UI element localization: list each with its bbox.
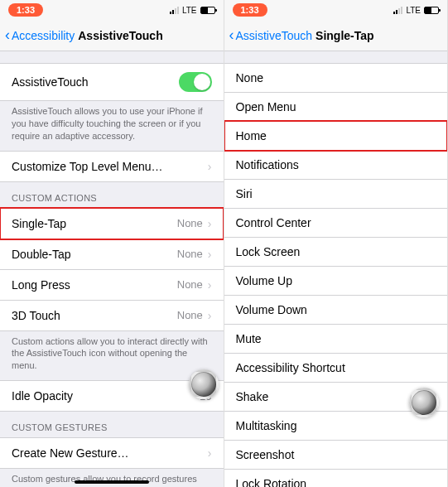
- row-double-tap[interactable]: Double-Tap None ›: [0, 239, 224, 270]
- option-mute[interactable]: Mute: [224, 324, 448, 354]
- row-3d-touch[interactable]: 3D Touch None ›: [0, 300, 224, 331]
- section-header-custom-actions: CUSTOM ACTIONS: [0, 181, 224, 208]
- row-label: Idle Opacity: [12, 389, 73, 403]
- row-label: Accessibility Shortcut: [236, 361, 345, 374]
- row-label: Notifications: [236, 158, 299, 171]
- toggle-switch[interactable]: [179, 72, 212, 92]
- back-label: AssistiveTouch: [236, 29, 313, 42]
- option-screenshot[interactable]: Screenshot: [224, 440, 448, 470]
- option-lock-rotation[interactable]: Lock Rotation: [224, 469, 448, 487]
- chevron-right-icon: ›: [208, 309, 212, 322]
- gestures-footer: Custom gestures allow you to record gest…: [0, 468, 224, 487]
- status-right: LTE: [393, 6, 439, 15]
- battery-icon: [424, 7, 439, 14]
- assistivetouch-button[interactable]: [409, 388, 439, 417]
- status-right: LTE: [170, 6, 215, 15]
- chevron-right-icon: ›: [208, 446, 212, 460]
- back-button[interactable]: ‹ AssistiveTouch: [229, 27, 313, 44]
- option-open-menu[interactable]: Open Menu: [224, 92, 448, 122]
- nav-bar: ‹ AssistiveTouch Single-Tap: [224, 20, 448, 51]
- network-label: LTE: [182, 6, 197, 15]
- home-indicator[interactable]: [75, 480, 149, 484]
- row-label: Create New Gesture…: [12, 446, 129, 460]
- row-label: Control Center: [236, 216, 311, 229]
- option-multitasking[interactable]: Multitasking: [224, 411, 448, 441]
- screen-assistivetouch: 1:33 LTE ‹ Accessibility AssistiveTouch …: [0, 0, 224, 487]
- battery-icon: [200, 7, 215, 14]
- row-label: Home: [236, 129, 267, 142]
- status-bar: 1:33 LTE: [0, 0, 224, 20]
- row-assistivetouch-toggle[interactable]: AssistiveTouch: [0, 63, 224, 101]
- row-value: None: [177, 217, 203, 229]
- option-volume-down[interactable]: Volume Down: [224, 295, 448, 325]
- chevron-right-icon: ›: [208, 248, 212, 261]
- row-label: Lock Screen: [236, 245, 301, 258]
- row-create-gesture[interactable]: Create New Gesture… ›: [0, 437, 224, 469]
- chevron-left-icon: ‹: [5, 27, 10, 44]
- chevron-right-icon: ›: [208, 217, 212, 230]
- row-label: Volume Down: [236, 303, 307, 316]
- row-label: Single-Tap: [12, 217, 66, 230]
- toggle-footer: AssistiveTouch allows you to use your iP…: [0, 100, 224, 151]
- option-volume-up[interactable]: Volume Up: [224, 266, 448, 296]
- row-label: Customize Top Level Menu…: [12, 160, 163, 173]
- row-label: Mute: [236, 332, 262, 345]
- row-label: Screenshot: [236, 448, 295, 461]
- chevron-left-icon: ‹: [229, 27, 234, 44]
- status-bar: 1:33 LTE: [224, 0, 448, 20]
- content-scroll[interactable]: AssistiveTouch AssistiveTouch allows you…: [0, 51, 224, 487]
- status-time: 1:33: [233, 3, 267, 17]
- row-customize-menu[interactable]: Customize Top Level Menu… ›: [0, 151, 224, 182]
- option-none[interactable]: None: [224, 63, 448, 93]
- signal-icon: [393, 7, 402, 14]
- row-value: None: [177, 278, 203, 291]
- back-button[interactable]: ‹ Accessibility: [5, 27, 75, 44]
- row-long-press[interactable]: Long Press None ›: [0, 269, 224, 301]
- option-home[interactable]: Home: [224, 121, 448, 151]
- chevron-right-icon: ›: [208, 160, 212, 173]
- row-label: None: [236, 71, 263, 84]
- section-header-custom-gestures: CUSTOM GESTURES: [0, 411, 224, 437]
- chevron-right-icon: ›: [208, 278, 212, 292]
- assistivetouch-button[interactable]: [189, 369, 219, 399]
- nav-title: Single-Tap: [316, 29, 374, 42]
- row-value: None: [177, 248, 203, 260]
- option-accessibility-shortcut[interactable]: Accessibility Shortcut: [224, 353, 448, 383]
- nav-title: AssistiveTouch: [78, 29, 162, 42]
- option-control-center[interactable]: Control Center: [224, 208, 448, 238]
- row-label: Double-Tap: [12, 248, 71, 261]
- row-label: Shake: [236, 390, 269, 403]
- row-value: None: [177, 309, 203, 321]
- screen-single-tap: 1:33 LTE ‹ AssistiveTouch Single-Tap Non…: [224, 0, 449, 487]
- row-label: Open Menu: [236, 100, 296, 113]
- option-siri[interactable]: Siri: [224, 179, 448, 209]
- network-label: LTE: [406, 6, 421, 15]
- signal-icon: [170, 7, 179, 14]
- row-label: AssistiveTouch: [12, 75, 89, 89]
- back-label: Accessibility: [12, 29, 75, 42]
- row-label: Siri: [236, 187, 253, 200]
- content-scroll[interactable]: None Open Menu Home Notifications Siri C…: [224, 51, 448, 487]
- row-label: Multitasking: [236, 419, 297, 432]
- nav-bar: ‹ Accessibility AssistiveTouch: [0, 20, 224, 51]
- row-label: Volume Up: [236, 274, 292, 287]
- option-notifications[interactable]: Notifications: [224, 150, 448, 180]
- row-label: Lock Rotation: [236, 477, 307, 487]
- actions-footer: Custom actions allow you to interact dir…: [0, 330, 224, 381]
- status-time: 1:33: [8, 3, 43, 17]
- option-lock-screen[interactable]: Lock Screen: [224, 237, 448, 267]
- row-single-tap[interactable]: Single-Tap None ›: [0, 208, 224, 239]
- row-label: Long Press: [12, 278, 70, 292]
- row-label: 3D Touch: [12, 309, 60, 322]
